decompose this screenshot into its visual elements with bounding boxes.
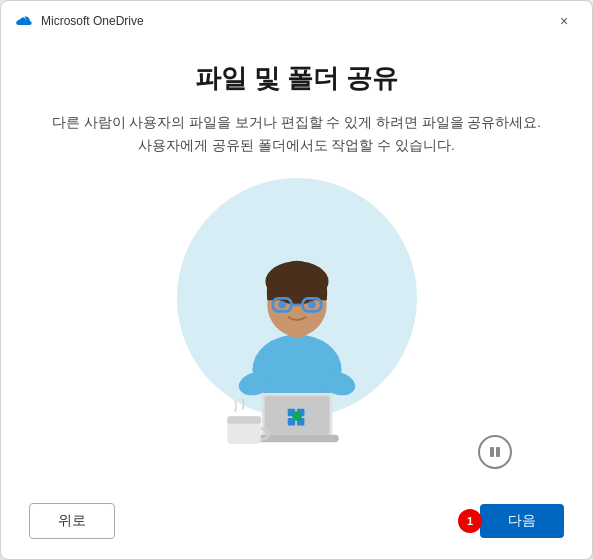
back-button[interactable]: 위로	[29, 503, 115, 539]
illustration-area	[51, 178, 542, 479]
next-area: 1 다음	[458, 504, 564, 538]
title-bar: Microsoft OneDrive ×	[1, 1, 592, 41]
next-button[interactable]: 다음	[480, 504, 564, 538]
svg-rect-22	[490, 447, 494, 457]
step-badge: 1	[458, 509, 482, 533]
onedrive-window: Microsoft OneDrive × 파일 및 폴더 공유 다른 사람이 사…	[0, 0, 593, 560]
svg-rect-20	[227, 417, 260, 424]
svg-rect-23	[496, 447, 500, 457]
svg-point-17	[278, 302, 285, 309]
pause-icon	[488, 445, 502, 459]
close-button[interactable]: ×	[550, 7, 578, 35]
pause-button[interactable]	[478, 435, 512, 469]
footer: 위로 1 다음	[1, 489, 592, 559]
person-illustration	[167, 198, 427, 458]
window-title: Microsoft OneDrive	[41, 14, 550, 28]
svg-point-21	[292, 412, 301, 421]
page-title: 파일 및 폴더 공유	[195, 61, 399, 96]
onedrive-icon	[15, 12, 33, 30]
svg-point-18	[308, 302, 315, 309]
main-content: 파일 및 폴더 공유 다른 사람이 사용자의 파일을 보거나 편집할 수 있게 …	[1, 41, 592, 489]
description-text: 다른 사람이 사용자의 파일을 보거나 편집할 수 있게 하려면 파일을 공유하…	[52, 112, 541, 158]
